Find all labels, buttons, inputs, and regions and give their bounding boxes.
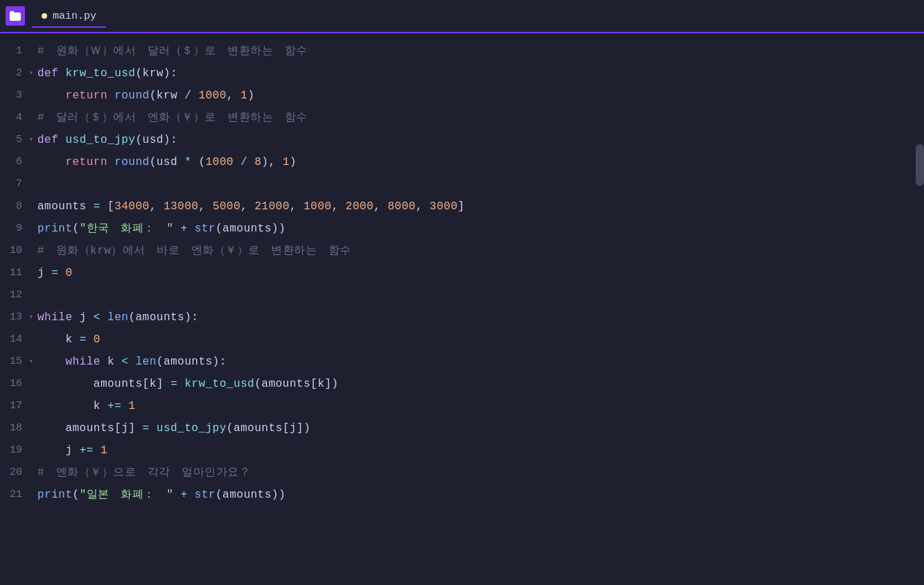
editor-container: main.py 1 # 원화（Ｗ）에서 달러（＄）로 변환하는 함수 2▾ de… [0, 0, 924, 585]
folder-icon [6, 6, 25, 26]
code-content: while k < len(amounts): [35, 351, 924, 373]
code-content: # 원화（Ｗ）에서 달러（＄）로 변환하는 함수 [35, 40, 924, 62]
table-row: 17 k += 1 [0, 395, 924, 417]
code-content: while j < len(amounts): [35, 306, 924, 329]
line-number: 6 [0, 151, 35, 173]
table-row: 21 print("일본 화폐： " + str(amounts)) [0, 484, 924, 506]
table-row: 12 [0, 284, 924, 306]
code-content: # 엔화（￥）으로 각각 얼마인가요？ [35, 462, 924, 484]
tab-bar: main.py [0, 0, 924, 33]
table-row: 6 return round(usd * (1000 / 8), 1) [0, 151, 924, 173]
line-number: 5▾ [0, 129, 35, 151]
code-content: amounts = [34000, 13000, 5000, 21000, 10… [35, 195, 924, 218]
line-number: 15▾ [0, 351, 35, 373]
code-content: # 달러（＄）에서 엔화（￥）로 변환하는 함수 [35, 107, 924, 129]
code-content: amounts[k] = krw_to_usd(amounts[k]) [35, 373, 924, 395]
line-number: 19 [0, 439, 35, 462]
table-row: 8 amounts = [34000, 13000, 5000, 21000, … [0, 195, 924, 218]
line-number: 2▾ [0, 62, 35, 85]
code-area[interactable]: 1 # 원화（Ｗ）에서 달러（＄）로 변환하는 함수 2▾ def krw_to… [0, 33, 924, 585]
code-content: return round(usd * (1000 / 8), 1) [35, 151, 924, 173]
line-number: 3 [0, 85, 35, 107]
line-number: 21 [0, 484, 35, 506]
code-content: return round(krw / 1000, 1) [35, 85, 924, 107]
table-row: 19 j += 1 [0, 439, 924, 462]
table-row: 14 k = 0 [0, 329, 924, 351]
table-row: 3 return round(krw / 1000, 1) [0, 85, 924, 107]
code-content: j += 1 [35, 439, 924, 462]
code-content: print("한국 화폐： " + str(amounts)) [35, 218, 924, 240]
code-content: print("일본 화폐： " + str(amounts)) [35, 484, 924, 506]
code-content [35, 173, 924, 195]
table-row: 15▾ while k < len(amounts): [0, 351, 924, 373]
line-number: 7 [0, 173, 35, 195]
table-row: 7 [0, 173, 924, 195]
code-content: k += 1 [35, 395, 924, 417]
code-content: def usd_to_jpy(usd): [35, 129, 924, 151]
tab-filename: main.py [53, 10, 96, 22]
line-number: 20 [0, 462, 35, 484]
table-row: 4 # 달러（＄）에서 엔화（￥）로 변환하는 함수 [0, 107, 924, 129]
code-content: k = 0 [35, 329, 924, 351]
code-content: j = 0 [35, 262, 924, 284]
line-number: 9 [0, 218, 35, 240]
table-row: 20 # 엔화（￥）으로 각각 얼마인가요？ [0, 462, 924, 484]
code-content: amounts[j] = usd_to_jpy(amounts[j]) [35, 417, 924, 439]
table-row: 5▾ def usd_to_jpy(usd): [0, 129, 924, 151]
line-number: 8 [0, 195, 35, 218]
table-row: 13▾ while j < len(amounts): [0, 306, 924, 329]
code-content: def krw_to_usd(krw): [35, 62, 924, 85]
line-number: 13▾ [0, 306, 35, 329]
line-number: 12 [0, 284, 35, 306]
scrollbar[interactable] [916, 144, 924, 186]
table-row: 9 print("한국 화폐： " + str(amounts)) [0, 218, 924, 240]
line-number: 1 [0, 40, 35, 62]
line-number: 16 [0, 373, 35, 395]
table-row: 11 j = 0 [0, 262, 924, 284]
table-row: 2▾ def krw_to_usd(krw): [0, 62, 924, 85]
table-row: 16 amounts[k] = krw_to_usd(amounts[k]) [0, 373, 924, 395]
line-number: 10 [0, 240, 35, 262]
tab-modified-dot [42, 13, 47, 19]
line-number: 18 [0, 417, 35, 439]
table-row: 10 # 원화（krw）에서 바로 엔화（￥）로 변환하는 함수 [0, 240, 924, 262]
line-number: 4 [0, 107, 35, 129]
code-content [35, 284, 924, 306]
line-number: 14 [0, 329, 35, 351]
code-content: # 원화（krw）에서 바로 엔화（￥）로 변환하는 함수 [35, 240, 924, 262]
line-number: 17 [0, 395, 35, 417]
table-row: 18 amounts[j] = usd_to_jpy(amounts[j]) [0, 417, 924, 439]
tab-main-py[interactable]: main.py [32, 6, 106, 28]
table-row: 1 # 원화（Ｗ）에서 달러（＄）로 변환하는 함수 [0, 40, 924, 62]
line-number: 11 [0, 262, 35, 284]
